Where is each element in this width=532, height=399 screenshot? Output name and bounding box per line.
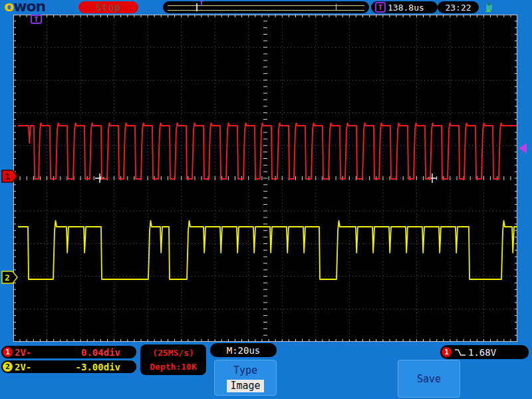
- save-button[interactable]: Save: [398, 360, 460, 398]
- type-menu-label: Type: [233, 364, 257, 376]
- channel2-position-tag[interactable]: 2: [1, 271, 19, 285]
- trigger-time-readout: T 138.8us: [371, 1, 438, 13]
- channel2-icon: 2: [3, 362, 13, 372]
- channel2-status: 2 2V- -3.00div: [1, 360, 136, 373]
- trigger-position-marker[interactable]: T: [200, 0, 203, 7]
- memory-center-tick: [336, 4, 336, 11]
- trigger-level-value: 1.68V: [468, 347, 496, 358]
- channel1-status: 1 2V- 0.04div: [1, 346, 136, 358]
- channel1-icon: 1: [3, 347, 13, 357]
- trigger-t-icon: T: [375, 2, 386, 13]
- save-button-label: Save: [417, 373, 441, 385]
- sample-rate: (25MS/s): [152, 348, 194, 358]
- falling-edge-icon: [454, 347, 467, 358]
- trigger-source-icon: 1: [442, 347, 452, 357]
- owon-logo: owon: [4, 0, 45, 15]
- channel2-position: -3.00div: [76, 362, 120, 372]
- trigger-time-value: 138.8us: [388, 3, 424, 13]
- oscilloscope-display: owon Stop T T 138.8us 23:22 T 1 2 1 2: [0, 0, 532, 399]
- memory-depth: Depth:10K: [150, 362, 196, 372]
- type-menu-value: Image: [227, 380, 263, 392]
- logo-o: o: [4, 0, 13, 15]
- trigger-level-arrow[interactable]: [518, 142, 527, 154]
- type-menu-button[interactable]: Type Image: [214, 360, 277, 396]
- svg-text:T: T: [34, 16, 38, 23]
- clock-value: 23:22: [445, 3, 471, 13]
- svg-text:2: 2: [5, 273, 10, 283]
- logo-rest: won: [13, 0, 45, 15]
- acquisition-info: (25MS/s) Depth:10K: [140, 344, 206, 375]
- window-position-marker[interactable]: [196, 3, 198, 11]
- run-state-label: Stop: [96, 2, 121, 13]
- trigger-status: 1 1.68V: [440, 345, 529, 359]
- timebase-readout: M:20us: [210, 343, 277, 357]
- channel2-scale: 2V-: [15, 362, 31, 372]
- clock-readout: 23:22: [438, 1, 479, 13]
- waveform-graticule: T: [13, 15, 517, 342]
- memory-position-bar: T: [163, 1, 369, 13]
- channel1-position-tag[interactable]: 1: [1, 170, 19, 184]
- channel1-position: 0.04div: [81, 347, 120, 358]
- timebase-value: M:20us: [227, 345, 261, 356]
- svg-text:1: 1: [5, 172, 10, 182]
- usb-icon: [483, 2, 494, 13]
- channel1-scale: 2V-: [15, 347, 31, 358]
- run-state-badge: Stop: [78, 1, 138, 13]
